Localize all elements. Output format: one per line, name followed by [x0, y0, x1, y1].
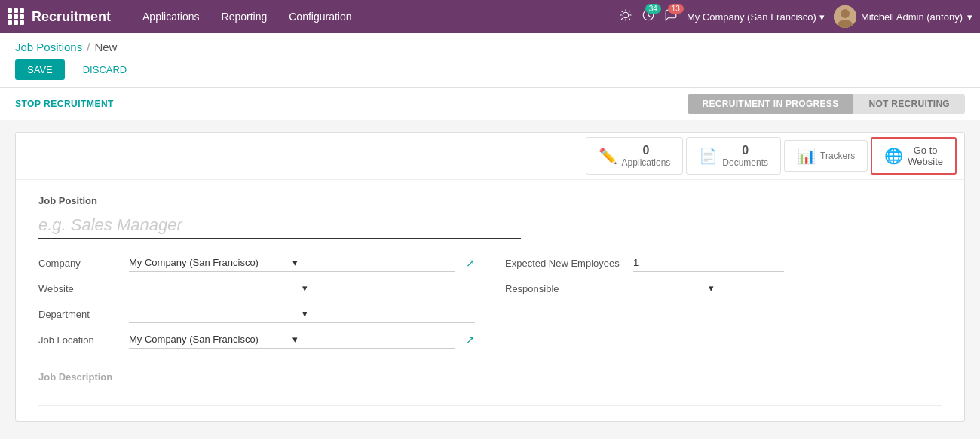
company-name: My Company (San Francisco): [687, 11, 816, 23]
form-right-column: Expected New Employees Responsible ▾: [505, 254, 942, 356]
svg-point-0: [623, 12, 629, 18]
form-body: Job Position Company My Company (San Fra…: [16, 180, 964, 421]
job-position-input[interactable]: [38, 212, 521, 239]
app-name: Recruitment: [32, 9, 111, 25]
job-location-field[interactable]: My Company (San Francisco) ▾: [129, 331, 455, 349]
action-buttons: SAVE DISCARD: [15, 59, 965, 87]
trackers-icon: 📊: [797, 147, 816, 165]
bug-icon[interactable]: [619, 8, 632, 25]
job-location-dropdown-arrow: ▾: [292, 334, 456, 345]
company-value: My Company (San Francisco): [129, 257, 292, 268]
documents-info: 0 Documents: [722, 144, 768, 168]
company-selector[interactable]: My Company (San Francisco) ▾: [687, 11, 825, 23]
user-dropdown-icon: ▾: [967, 11, 972, 23]
breadcrumb-parent[interactable]: Job Positions: [15, 41, 82, 53]
applications-label: Applications: [622, 157, 671, 168]
website-row: Website ▾: [38, 279, 475, 297]
website-dropdown-arrow: ▾: [302, 282, 476, 294]
main-menu: Applications Reporting Configuration: [133, 6, 619, 27]
company-field[interactable]: My Company (San Francisco) ▾: [129, 254, 455, 272]
user-menu[interactable]: Mitchell Admin (antony) ▾: [834, 5, 972, 28]
top-navigation: Recruitment Applications Reporting Confi…: [0, 0, 980, 33]
discard-button[interactable]: DISCARD: [71, 59, 139, 80]
app-logo[interactable]: Recruitment: [8, 8, 111, 25]
status-steps: RECRUITMENT IN PROGRESS NOT RECRUITING: [688, 94, 965, 114]
expected-employees-label: Expected New Employees: [505, 258, 626, 269]
documents-smart-button[interactable]: 📄 0 Documents: [686, 137, 781, 175]
documents-label: Documents: [722, 157, 768, 168]
form-divider: [38, 405, 942, 406]
department-row: Department ▾: [38, 305, 475, 323]
applications-count: 0: [622, 144, 671, 157]
applications-smart-button[interactable]: ✏️ 0 Applications: [586, 137, 684, 175]
breadcrumb-current: New: [94, 41, 117, 53]
form-card: ✏️ 0 Applications 📄 0 Documents 📊 Tracke…: [15, 132, 965, 422]
breadcrumb-separator: /: [87, 41, 90, 53]
status-bar: STOP RECRUITMENT RECRUITMENT IN PROGRESS…: [0, 88, 980, 120]
breadcrumb: Job Positions / New: [15, 41, 965, 53]
website-label: Website: [38, 283, 121, 294]
edit-icon: ✏️: [599, 147, 617, 165]
documents-count: 0: [722, 144, 768, 157]
applications-info: 0 Applications: [622, 144, 671, 168]
save-button[interactable]: SAVE: [15, 59, 65, 80]
expected-employees-input[interactable]: [633, 254, 784, 272]
job-location-external-link-icon[interactable]: ↗: [466, 334, 475, 346]
department-dropdown-arrow: ▾: [302, 308, 476, 319]
job-location-row: Job Location My Company (San Francisco) …: [38, 331, 475, 349]
form-grid: Company My Company (San Francisco) ▾ ↗ W…: [38, 254, 942, 356]
avatar: [834, 5, 856, 28]
website-label: Go toWebsite: [908, 145, 943, 167]
expected-employees-row: Expected New Employees: [505, 254, 942, 272]
main-content: ✏️ 0 Applications 📄 0 Documents 📊 Tracke…: [0, 120, 980, 439]
job-position-section-label: Job Position: [38, 195, 942, 206]
go-to-website-button[interactable]: 🌐 Go toWebsite: [871, 137, 957, 175]
company-dropdown-arrow: ▾: [292, 257, 456, 268]
clock-icon[interactable]: 34: [642, 8, 655, 25]
smart-buttons-bar: ✏️ 0 Applications 📄 0 Documents 📊 Tracke…: [16, 133, 964, 180]
job-location-label: Job Location: [38, 334, 121, 346]
form-left-column: Company My Company (San Francisco) ▾ ↗ W…: [38, 254, 475, 356]
stop-recruitment-button[interactable]: STOP RECRUITMENT: [15, 99, 114, 109]
status-not-recruiting[interactable]: NOT RECRUITING: [853, 94, 965, 114]
trackers-smart-button[interactable]: 📊 Trackers: [784, 140, 868, 172]
breadcrumb-area: Job Positions / New SAVE DISCARD: [0, 33, 980, 88]
company-label: Company: [38, 258, 121, 269]
company-dropdown-icon: ▾: [819, 11, 825, 23]
responsible-label: Responsible: [505, 283, 626, 294]
responsible-field[interactable]: ▾: [633, 279, 784, 297]
trackers-label: Trackers: [820, 151, 855, 161]
message-icon[interactable]: 13: [664, 8, 678, 25]
company-external-link-icon[interactable]: ↗: [466, 257, 475, 269]
website-field[interactable]: ▾: [129, 279, 475, 297]
company-row: Company My Company (San Francisco) ▾ ↗: [38, 254, 475, 272]
job-location-value: My Company (San Francisco): [129, 334, 292, 345]
user-name: Mitchell Admin (antony): [861, 11, 963, 23]
status-in-progress[interactable]: RECRUITMENT IN PROGRESS: [688, 94, 854, 114]
job-description-label: Job Description: [38, 371, 942, 383]
message-badge: 13: [668, 4, 684, 14]
clock-badge: 34: [645, 4, 661, 14]
menu-item-applications[interactable]: Applications: [133, 6, 209, 27]
responsible-row: Responsible ▾: [505, 279, 942, 297]
document-icon: 📄: [699, 147, 718, 165]
department-field[interactable]: ▾: [129, 305, 475, 323]
menu-item-reporting[interactable]: Reporting: [213, 6, 277, 27]
responsible-dropdown-arrow: ▾: [709, 282, 784, 294]
menu-item-configuration[interactable]: Configuration: [280, 6, 360, 27]
globe-icon: 🌐: [884, 147, 903, 165]
grid-menu-icon[interactable]: [8, 8, 24, 25]
department-label: Department: [38, 309, 121, 320]
svg-point-3: [841, 9, 850, 18]
topnav-right: 34 13 My Company (San Francisco) ▾ Mitch…: [619, 5, 972, 28]
